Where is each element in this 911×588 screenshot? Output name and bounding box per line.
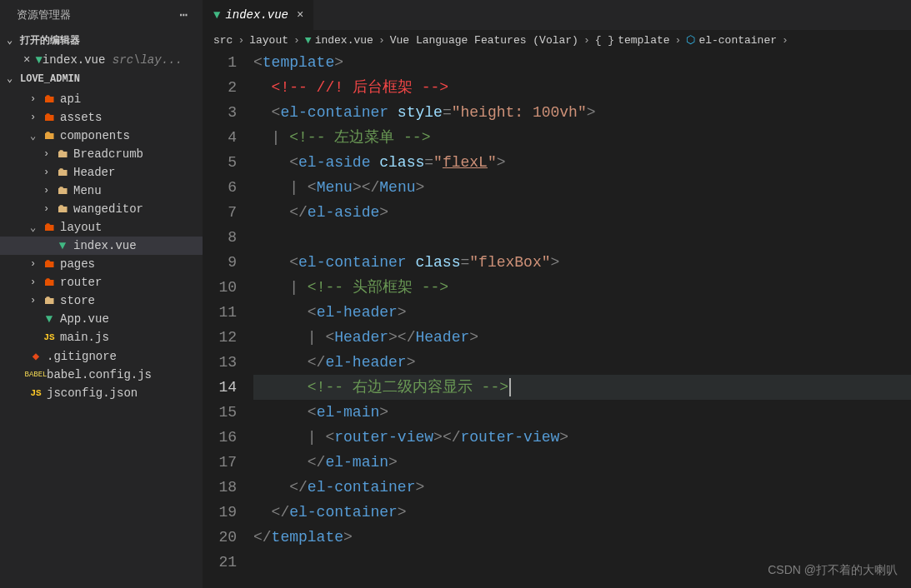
- breadcrumb-item[interactable]: src: [213, 34, 233, 47]
- tree-item-label: index.vue: [73, 239, 137, 252]
- project-section[interactable]: ⌄ LOVE_ADMIN: [0, 69, 203, 88]
- folder-icon: 🖿: [42, 294, 57, 307]
- code-editor[interactable]: 123456789101112131415161718192021 <templ…: [203, 50, 911, 588]
- line-number: 19: [203, 500, 237, 525]
- line-number: 12: [203, 325, 237, 350]
- code-line[interactable]: <el-main>: [253, 400, 911, 425]
- tree-item-label: Breadcrumb: [73, 147, 143, 161]
- close-icon[interactable]: ×: [297, 8, 303, 22]
- line-number: 8: [203, 225, 237, 250]
- code-line[interactable]: </el-container>: [253, 475, 911, 500]
- code-line[interactable]: | <!-- 头部框架 -->: [253, 275, 911, 300]
- code-line[interactable]: | <Menu></Menu>: [253, 175, 911, 200]
- code-line[interactable]: | <!-- 左边菜单 -->: [253, 125, 911, 150]
- code-line[interactable]: <el-container class="flexBox">: [253, 250, 911, 275]
- code-line[interactable]: </el-main>: [253, 450, 911, 475]
- breadcrumb-sep: ›: [675, 34, 682, 47]
- more-icon[interactable]: ⋯: [179, 7, 189, 23]
- tree-item-jsconfig-json[interactable]: JSjsconfig.json: [0, 384, 203, 402]
- tree-item-label: store: [60, 294, 95, 307]
- tab-index-vue[interactable]: ▼ index.vue ×: [203, 0, 314, 30]
- tree-item-Menu[interactable]: ›🖿Menu: [0, 182, 203, 200]
- vue-icon: ▼: [42, 312, 57, 326]
- line-gutter: 123456789101112131415161718192021: [203, 50, 253, 588]
- tab-label: index.vue: [225, 8, 288, 22]
- tree-item-index-vue[interactable]: ▼index.vue: [0, 237, 203, 255]
- code-line[interactable]: <!-- //! 后台框架 -->: [253, 75, 911, 100]
- code-content[interactable]: <template> <!-- //! 后台框架 --> <el-contain…: [253, 50, 911, 588]
- code-line[interactable]: <template>: [253, 50, 911, 75]
- tree-item-Header[interactable]: ›🖿Header: [0, 163, 203, 182]
- tree-item-label: assets: [60, 111, 102, 124]
- js-icon: JS: [42, 332, 57, 342]
- chevron-icon: ›: [43, 203, 55, 215]
- line-number: 16: [203, 425, 237, 450]
- open-editors-label: 打开的编辑器: [20, 33, 80, 47]
- code-line[interactable]: <el-header>: [253, 300, 911, 325]
- project-name: LOVE_ADMIN: [20, 73, 80, 85]
- chevron-icon: ›: [43, 185, 55, 197]
- code-line[interactable]: <el-aside class="flexL">: [253, 150, 911, 175]
- vue-icon: ▼: [55, 239, 70, 252]
- tree-item-assets[interactable]: ›🖿assets: [0, 108, 203, 127]
- tree-item-pages[interactable]: ›🖿pages: [0, 255, 203, 273]
- breadcrumb-item[interactable]: Vue Language Features (Volar): [390, 34, 578, 47]
- folder-icon: 🖿: [42, 257, 57, 271]
- tree-item-babel-config-js[interactable]: BABELbabel.config.js: [0, 366, 203, 384]
- tree-item-label: App.vue: [60, 312, 109, 326]
- code-line[interactable]: | <router-view></router-view>: [253, 425, 911, 450]
- code-line[interactable]: [253, 225, 911, 250]
- tree-item-label: main.js: [60, 331, 109, 344]
- tree-item-label: layout: [60, 221, 102, 234]
- folder-icon: 🖿: [55, 147, 70, 161]
- tree-item-label: Menu: [73, 184, 102, 197]
- tree-item-label: jsconfig.json: [47, 386, 138, 400]
- line-number: 21: [203, 550, 237, 575]
- line-number: 11: [203, 300, 237, 325]
- code-line[interactable]: <el-container style="height: 100vh">: [253, 100, 911, 125]
- code-line[interactable]: | <Header></Header>: [253, 325, 911, 350]
- breadcrumb-item[interactable]: layout: [249, 34, 288, 47]
- editor-area: ▼ index.vue × src›layout›▼index.vue›Vue …: [203, 0, 911, 588]
- file-tree: ›🖿api›🖿assets⌄🖿components›🖿Breadcrumb›🖿H…: [0, 88, 203, 588]
- line-number: 7: [203, 200, 237, 225]
- folder-icon: 🖿: [42, 276, 57, 289]
- tree-item-router[interactable]: ›🖿router: [0, 273, 203, 292]
- tree-item-main-js[interactable]: JSmain.js: [0, 328, 203, 346]
- breadcrumb-sep: ›: [583, 34, 590, 47]
- open-editor-item[interactable]: × ▼ index.vue src\lay...: [0, 51, 203, 69]
- open-editor-path: src\lay...: [113, 53, 183, 67]
- tree-item-components[interactable]: ⌄🖿components: [0, 127, 203, 145]
- folder-icon: 🖿: [42, 221, 57, 234]
- open-editors-section[interactable]: ⌄ 打开的编辑器: [0, 30, 203, 51]
- tree-item--gitignore[interactable]: ◆.gitignore: [0, 346, 203, 366]
- line-number: 3: [203, 100, 237, 125]
- code-line[interactable]: </el-header>: [253, 350, 911, 375]
- tree-item-wangeditor[interactable]: ›🖿wangeditor: [0, 200, 203, 218]
- tree-item-label: Header: [73, 166, 115, 179]
- code-line[interactable]: <!-- 右边二级内容显示 -->: [253, 375, 911, 400]
- code-line[interactable]: </template>: [253, 525, 911, 550]
- tree-item-store[interactable]: ›🖿store: [0, 292, 203, 310]
- folder-icon: 🖿: [42, 129, 57, 142]
- tree-item-Breadcrumb[interactable]: ›🖿Breadcrumb: [0, 145, 203, 163]
- box-icon: ⬡: [686, 33, 695, 47]
- breadcrumb-item[interactable]: ▼index.vue: [305, 34, 373, 47]
- chevron-icon: ›: [43, 148, 55, 160]
- line-number: 1: [203, 50, 237, 75]
- tab-bar: ▼ index.vue ×: [203, 0, 911, 30]
- code-line[interactable]: </el-container>: [253, 500, 911, 525]
- breadcrumb-item[interactable]: ⬡el-container: [686, 33, 777, 47]
- line-number: 6: [203, 175, 237, 200]
- tree-item-App-vue[interactable]: ▼App.vue: [0, 310, 203, 328]
- tree-item-label: wangeditor: [73, 202, 143, 216]
- tree-item-api[interactable]: ›🖿api: [0, 90, 203, 108]
- folder-icon: 🖿: [42, 92, 57, 106]
- tree-item-layout[interactable]: ⌄🖿layout: [0, 218, 203, 237]
- code-line[interactable]: </el-aside>: [253, 200, 911, 225]
- close-icon[interactable]: ×: [23, 53, 30, 67]
- folder-icon: 🖿: [55, 202, 70, 216]
- tree-item-label: components: [60, 129, 130, 142]
- breadcrumb-item[interactable]: { }template: [595, 34, 670, 47]
- line-number: 2: [203, 75, 237, 100]
